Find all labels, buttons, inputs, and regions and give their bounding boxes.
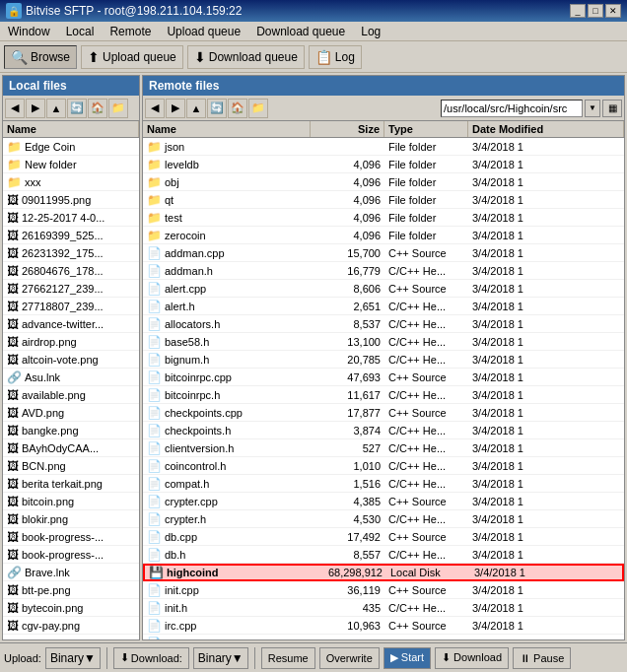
menu-item-upload-queue[interactable]: Upload queue bbox=[163, 24, 244, 39]
menu-item-download-queue[interactable]: Download queue bbox=[252, 24, 349, 39]
remote-file-row[interactable]: 📄addman.cpp15,700C++ Source3/4/2018 1 bbox=[143, 244, 624, 262]
local-file-row[interactable]: 🖼AVD.png bbox=[3, 404, 139, 422]
overwrite-button[interactable]: Overwrite bbox=[319, 647, 380, 669]
remote-file-row[interactable]: 📄irc.cpp10,963C++ Source3/4/2018 1 bbox=[143, 617, 624, 635]
minimize-button[interactable]: _ bbox=[570, 4, 586, 18]
remote-file-row[interactable]: 📄bitcoinrpc.h11,617C/C++ He...3/4/2018 1 bbox=[143, 386, 624, 404]
pause-button[interactable]: ⏸ Pause bbox=[513, 647, 571, 669]
remote-file-row[interactable]: 📄compat.h1,516C/C++ He...3/4/2018 1 bbox=[143, 475, 624, 493]
remote-file-row[interactable]: 📄addman.h16,779C/C++ He...3/4/2018 1 bbox=[143, 262, 624, 280]
remote-file-row[interactable]: 📄crypter.h4,530C/C++ He...3/4/2018 1 bbox=[143, 510, 624, 528]
close-button[interactable]: ✕ bbox=[605, 4, 621, 18]
local-file-row[interactable]: 🔗Asu.lnk bbox=[3, 369, 139, 386]
remote-home-button[interactable]: 🏠 bbox=[228, 99, 247, 118]
remote-file-type: C/C++ He... bbox=[384, 335, 468, 349]
log-button[interactable]: 📋 Log bbox=[309, 45, 362, 69]
download-mode-dropdown[interactable]: Binary ▼ bbox=[193, 647, 248, 669]
local-file-row[interactable]: 📁New folder bbox=[3, 156, 139, 173]
remote-file-row[interactable]: 📄crypter.cpp4,385C++ Source3/4/2018 1 bbox=[143, 493, 624, 510]
menu-item-remote[interactable]: Remote bbox=[105, 24, 155, 39]
local-col-name[interactable]: Name bbox=[3, 121, 139, 137]
menu-item-log[interactable]: Log bbox=[357, 24, 384, 39]
remote-file-row[interactable]: 📁zerocoin4,096File folder3/4/2018 1 bbox=[143, 227, 624, 244]
remote-grid-button[interactable]: ▦ bbox=[602, 100, 622, 117]
remote-file-row[interactable]: 📁test4,096File folder3/4/2018 1 bbox=[143, 209, 624, 227]
menu-item-window[interactable]: Window bbox=[4, 24, 54, 39]
remote-path-input[interactable] bbox=[441, 100, 583, 117]
remote-col-name[interactable]: Name bbox=[143, 121, 311, 137]
local-file-list[interactable]: Name 📁Edge Coin📁New folder📁xxx🖼09011995.… bbox=[3, 121, 139, 639]
remote-file-row[interactable]: 📁jsonFile folder3/4/2018 1 bbox=[143, 138, 624, 156]
local-file-row[interactable]: 🖼27718807_239... bbox=[3, 298, 139, 315]
remote-file-row[interactable]: 📄init.h435C/C++ He...3/4/2018 1 bbox=[143, 599, 624, 617]
local-file-row[interactable]: 🖼12-25-2017 4-0... bbox=[3, 209, 139, 227]
remote-file-row[interactable]: 📄db.h8,557C/C++ He...3/4/2018 1 bbox=[143, 546, 624, 564]
local-file-row[interactable]: 🖼book-progress-... bbox=[3, 528, 139, 546]
local-file-row[interactable]: 🖼bangke.png bbox=[3, 422, 139, 439]
local-file-row[interactable]: 🖼bytecoin.png bbox=[3, 599, 139, 617]
remote-file-row[interactable]: 📄init.cpp36,119C++ Source3/4/2018 1 bbox=[143, 581, 624, 599]
remote-file-row[interactable]: 📄db.cpp17,492C++ Source3/4/2018 1 bbox=[143, 528, 624, 546]
download-queue-button[interactable]: ⬇ Download queue bbox=[187, 45, 305, 69]
local-newfolder-button[interactable]: 📁 bbox=[108, 99, 128, 118]
local-file-row[interactable]: 🖼BAyhOdyCAA... bbox=[3, 439, 139, 457]
local-file-row[interactable]: 📁Edge Coin bbox=[3, 138, 139, 156]
remote-file-row[interactable]: 💾highcoind68,298,912Local Disk3/4/2018 1 bbox=[143, 564, 624, 581]
local-file-row[interactable]: 🖼btt-pe.png bbox=[3, 581, 139, 599]
remote-up-button[interactable]: ▲ bbox=[186, 99, 206, 118]
remote-file-list[interactable]: Name Size Type Date Modified 📁jsonFile f… bbox=[143, 121, 624, 639]
remote-file-row[interactable]: 📄irc.h352C/C++ He...3/4/2018 1 bbox=[143, 635, 624, 639]
menu-item-local[interactable]: Local bbox=[62, 24, 99, 39]
local-file-row[interactable]: 📁xxx bbox=[3, 173, 139, 191]
local-home-button[interactable]: 🏠 bbox=[88, 99, 107, 118]
remote-forward-button[interactable]: ▶ bbox=[166, 99, 185, 118]
remote-file-row[interactable]: 📄base58.h13,100C/C++ He...3/4/2018 1 bbox=[143, 333, 624, 351]
remote-file-row[interactable]: 📄bignum.h20,785C/C++ He...3/4/2018 1 bbox=[143, 351, 624, 369]
download-button[interactable]: ⬇ Download bbox=[435, 647, 509, 669]
local-file-row[interactable]: 🖼altcoin-vote.png bbox=[3, 351, 139, 369]
start-button[interactable]: ▶ Start bbox=[383, 647, 431, 669]
local-file-row[interactable]: 🖼BCN.png bbox=[3, 457, 139, 475]
local-file-row[interactable]: 🖼berita terkait.png bbox=[3, 475, 139, 493]
local-file-row[interactable]: 🖼26169399_525... bbox=[3, 227, 139, 244]
local-file-row[interactable]: 🖼advance-twitter... bbox=[3, 315, 139, 333]
resume-button[interactable]: Resume bbox=[261, 647, 315, 669]
remote-file-row[interactable]: 📁qt4,096File folder3/4/2018 1 bbox=[143, 191, 624, 209]
local-refresh-button[interactable]: 🔄 bbox=[67, 99, 87, 118]
local-file-row[interactable]: 🖼available.png bbox=[3, 386, 139, 404]
local-file-row[interactable]: 🖼blokir.png bbox=[3, 510, 139, 528]
local-file-row[interactable]: 🖼27662127_239... bbox=[3, 280, 139, 298]
local-file-row[interactable]: 🖼book-progress-... bbox=[3, 546, 139, 564]
remote-file-row[interactable]: 📄checkpoints.h3,874C/C++ He...3/4/2018 1 bbox=[143, 422, 624, 439]
remote-file-row[interactable]: 📁obj4,096File folder3/4/2018 1 bbox=[143, 173, 624, 191]
local-file-row[interactable]: 🖼26804676_178... bbox=[3, 262, 139, 280]
remote-file-row[interactable]: 📄clientversion.h527C/C++ He...3/4/2018 1 bbox=[143, 439, 624, 457]
remote-refresh-button[interactable]: 🔄 bbox=[207, 99, 227, 118]
remote-back-button[interactable]: ◀ bbox=[145, 99, 165, 118]
remote-file-row[interactable]: 📄alert.cpp8,606C++ Source3/4/2018 1 bbox=[143, 280, 624, 298]
remote-file-row[interactable]: 📄checkpoints.cpp17,877C++ Source3/4/2018… bbox=[143, 404, 624, 422]
remote-col-date[interactable]: Date Modified bbox=[468, 121, 624, 137]
local-file-row[interactable]: 🖼airdrop.png bbox=[3, 333, 139, 351]
local-up-button[interactable]: ▲ bbox=[46, 99, 66, 118]
local-back-button[interactable]: ◀ bbox=[5, 99, 25, 118]
remote-col-type[interactable]: Type bbox=[384, 121, 468, 137]
local-file-row[interactable]: 🖼cgv-pay.png bbox=[3, 617, 139, 635]
remote-file-row[interactable]: 📄allocators.h8,537C/C++ He...3/4/2018 1 bbox=[143, 315, 624, 333]
upload-mode-dropdown[interactable]: Binary ▼ bbox=[45, 647, 101, 669]
local-file-row[interactable]: 🖼bitcoin.png bbox=[3, 493, 139, 510]
maximize-button[interactable]: □ bbox=[588, 4, 603, 18]
local-file-row[interactable]: 🖼26231392_175... bbox=[3, 244, 139, 262]
remote-file-row[interactable]: 📄alert.h2,651C/C++ He...3/4/2018 1 bbox=[143, 298, 624, 315]
local-file-row[interactable]: 🔗Brave.lnk bbox=[3, 564, 139, 581]
local-file-row[interactable]: 🖼09011995.png bbox=[3, 191, 139, 209]
remote-newfolder-button[interactable]: 📁 bbox=[248, 99, 268, 118]
upload-queue-button[interactable]: ⬆ Upload queue bbox=[81, 45, 183, 69]
remote-file-row[interactable]: 📁leveldb4,096File folder3/4/2018 1 bbox=[143, 156, 624, 173]
local-forward-button[interactable]: ▶ bbox=[26, 99, 45, 118]
remote-file-row[interactable]: 📄coincontrol.h1,010C/C++ He...3/4/2018 1 bbox=[143, 457, 624, 475]
browse-button[interactable]: 🔍 Browse bbox=[4, 45, 77, 69]
remote-file-row[interactable]: 📄bitcoinrpc.cpp47,693C++ Source3/4/2018 … bbox=[143, 369, 624, 386]
remote-path-dropdown[interactable]: ▼ bbox=[585, 100, 600, 117]
remote-col-size[interactable]: Size bbox=[311, 121, 384, 137]
